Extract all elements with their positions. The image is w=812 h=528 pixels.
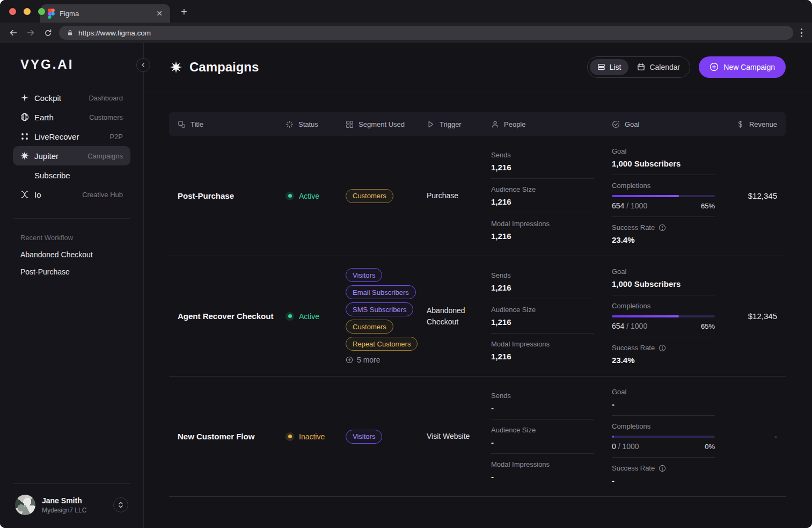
goal-value: 1,000 Subscribers <box>612 279 715 288</box>
info-icon[interactable] <box>659 224 666 232</box>
tab-strip: Figma ✕ + <box>0 0 812 23</box>
status-dot <box>286 192 294 200</box>
table-row[interactable]: Post-Purchase Active Customers Purchase … <box>169 136 786 256</box>
status-badge: Active <box>286 192 346 200</box>
sidebar-item-jupiter[interactable]: JupiterCampaigns <box>13 146 130 165</box>
dots-icon <box>20 132 29 141</box>
plus-circle-icon <box>709 62 719 71</box>
success-rate-value: 23.4% <box>612 356 715 365</box>
avatar <box>15 495 35 515</box>
modal-impressions-block: Modal Impressions 1,216 <box>491 334 594 367</box>
new-campaign-button[interactable]: New Campaign <box>699 56 786 78</box>
sidebar-item-label: Cockpit <box>34 93 83 103</box>
recent-workflow-heading: Recent Workflow <box>13 234 130 242</box>
user-name: Jane Smith <box>42 496 86 505</box>
audience-value: 1,216 <box>491 197 594 206</box>
sidebar-item-earth[interactable]: EarthCustomers <box>13 107 130 127</box>
more-segments-link[interactable]: 5 more <box>346 356 381 364</box>
main-content: Campaigns List Calendar New Campaign <box>144 43 812 528</box>
modal-impressions-label: Modal Impressions <box>491 340 594 348</box>
sidebar-item-cockpit[interactable]: CockpitDashboard <box>13 88 130 107</box>
recent-workflow-item[interactable]: Post-Purchase <box>13 267 130 276</box>
segment-pill[interactable]: SMS Subscribers <box>346 302 413 316</box>
segment-pill[interactable]: Email Subscribers <box>346 285 416 299</box>
table-row[interactable]: Agent Recover Checkout Active VisitorsEm… <box>169 256 786 377</box>
segment-pill[interactable]: Customers <box>346 189 393 203</box>
revenue: $12,345 <box>733 191 786 200</box>
sidebar-collapse-button[interactable] <box>136 58 150 72</box>
column-title[interactable]: Title <box>178 120 286 128</box>
lock-icon <box>67 29 74 37</box>
column-people[interactable]: People <box>491 120 612 128</box>
completions-label: Completions <box>612 302 715 310</box>
sends-label: Sends <box>491 151 594 159</box>
success-rate-value: 23.4% <box>612 235 715 244</box>
completions-block: Completions 654 / 1000 65% <box>612 295 715 337</box>
play-icon <box>427 120 435 128</box>
table-row[interactable]: New Customer Flow Inactive Visitors Visi… <box>169 377 786 497</box>
people-cell: Sends 1,216 Audience Size 1,216 Modal Im… <box>491 256 612 376</box>
chevron-left-icon <box>140 62 147 68</box>
modal-impressions-value: 1,216 <box>491 352 594 361</box>
status-dot <box>286 312 294 321</box>
goal-label: Goal <box>612 388 715 396</box>
tab-list-view[interactable]: List <box>590 59 629 75</box>
completions-numbers: 654 / 1000 65% <box>612 322 715 330</box>
maximize-window-button[interactable] <box>38 8 45 15</box>
column-goal[interactable]: Goal <box>612 120 733 128</box>
window-controls <box>9 8 45 15</box>
globe-icon <box>20 113 29 121</box>
user-profile[interactable]: Jane Smith Mydesign7 LLC <box>13 484 130 517</box>
completions-current: 654 <box>612 201 624 210</box>
tab-calendar-view[interactable]: Calendar <box>630 59 687 75</box>
segment-pill[interactable]: Customers <box>346 320 393 334</box>
list-icon <box>597 63 605 71</box>
status-label: Active <box>299 312 319 321</box>
browser-toolbar: https://www.figma.com <box>0 23 812 43</box>
audience-block: Audience Size 1,216 <box>491 179 594 213</box>
column-revenue[interactable]: Revenue <box>733 120 786 128</box>
close-window-button[interactable] <box>9 8 16 15</box>
column-status[interactable]: Status <box>286 120 346 128</box>
forward-button[interactable] <box>25 27 36 39</box>
info-icon[interactable] <box>659 465 666 472</box>
column-segment-used[interactable]: Segment Used <box>346 120 427 128</box>
goal-block: Goal 1,000 Subscribers <box>612 141 715 175</box>
completions-percent: 0% <box>705 443 715 451</box>
dollar-icon <box>736 120 744 128</box>
icon-spacer <box>20 171 29 179</box>
tab-close-icon[interactable]: ✕ <box>154 9 165 18</box>
modal-impressions-value: 1,216 <box>491 232 594 241</box>
sidebar-item-liverecover[interactable]: LiveRecoverP2P <box>13 127 130 146</box>
segment-pill[interactable]: Visitors <box>346 268 382 282</box>
segment-list: VisitorsEmail SubscribersSMS Subscribers… <box>346 268 418 351</box>
success-rate-block: Success Rate - <box>612 458 715 491</box>
segment-pill[interactable]: Repeat Customers <box>346 337 418 351</box>
segment-pill[interactable]: Visitors <box>346 430 382 444</box>
sidebar-item-io[interactable]: IoCreative Hub <box>13 185 130 204</box>
reload-button[interactable] <box>42 27 54 39</box>
new-tab-button[interactable]: + <box>178 5 191 18</box>
sidebar-item-subscribe[interactable]: Subscribe <box>13 165 130 185</box>
url-bar[interactable]: https://www.figma.com <box>59 26 793 40</box>
status-label: Inactive <box>299 432 325 441</box>
minimize-window-button[interactable] <box>24 8 31 15</box>
people-cell: Sends 1,216 Audience Size 1,216 Modal Im… <box>491 136 612 256</box>
recent-workflow-item[interactable]: Abandoned Checkout <box>13 250 130 259</box>
goal-cell: Goal 1,000 Subscribers Completions 654 /… <box>612 136 733 256</box>
column-trigger[interactable]: Trigger <box>427 120 491 128</box>
status-dot <box>286 432 294 441</box>
audience-value: 1,216 <box>491 317 594 327</box>
account-switcher-button[interactable] <box>113 497 128 512</box>
browser-tab[interactable]: Figma ✕ <box>40 4 170 23</box>
info-icon[interactable] <box>659 344 666 352</box>
sidebar-item-label: Earth <box>34 113 84 122</box>
back-button[interactable] <box>8 27 19 39</box>
goal-label: Goal <box>612 267 715 276</box>
loader-icon <box>286 120 294 128</box>
sidebar-item-context: Dashboard <box>89 94 123 102</box>
browser-menu-icon[interactable] <box>799 28 805 38</box>
goal-value: - <box>612 400 715 409</box>
completions-total: / 1000 <box>626 322 647 330</box>
completions-progress-fill <box>612 195 679 197</box>
